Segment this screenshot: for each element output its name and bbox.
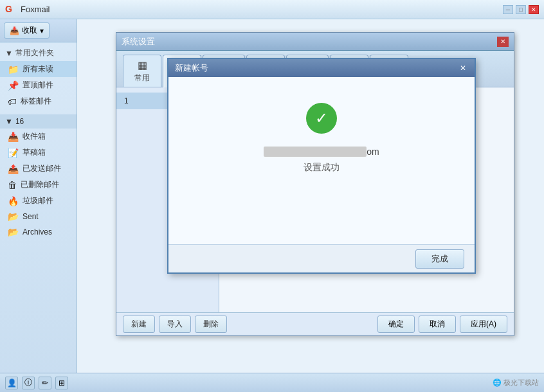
sys-dialog-title-text: 系统设置 (122, 36, 497, 48)
archives-label: Archives (23, 227, 52, 236)
sidebar-item-deleted[interactable]: 🗑 已删除邮件 (0, 177, 77, 193)
email-suffix: om (367, 147, 379, 157)
common-folders-section: ▼ 常用文件夹 📁 所有未读 📌 置顶邮件 🏷 标签邮件 (0, 42, 77, 112)
minimize-button[interactable]: ─ (503, 5, 513, 14)
account-header[interactable]: ▼ 16 (0, 114, 77, 129)
check-mark: ✓ (315, 109, 328, 127)
dropdown-icon: ▾ (40, 26, 44, 35)
cancel-button[interactable]: 取消 (419, 316, 456, 333)
delete-button[interactable]: 删除 (195, 316, 227, 333)
maximize-button[interactable]: □ (516, 5, 526, 14)
inbox-icon: 📥 (8, 132, 19, 142)
account-number: 1 (124, 96, 129, 105)
sidebar-item-sent2[interactable]: 📂 Sent (0, 209, 77, 224)
success-icon: ✓ (306, 103, 337, 134)
general-tab-label: 常用 (134, 73, 150, 84)
folder-sent2-icon: 📂 (8, 211, 19, 222)
pin-icon: 📌 (8, 80, 19, 91)
sent-icon: 📤 (8, 164, 19, 174)
sidebar-item-all-unread[interactable]: 📁 所有未读 (0, 61, 77, 77)
new-account-dialog-footer: 完成 (168, 244, 475, 272)
rss-icon[interactable]: ⊞ (55, 377, 68, 389)
new-account-dialog-title-text: 新建帐号 (175, 62, 458, 74)
sidebar-item-drafts[interactable]: 📝 草稿箱 (0, 145, 77, 161)
sys-dialog-close-button[interactable]: ✕ (497, 37, 509, 47)
bottom-bar: 👤 ⓘ ✏ ⊞ 🌐 极光下载站 (0, 373, 544, 392)
title-bar: G Foxmail ─ □ ✕ (0, 0, 544, 19)
confirm-button[interactable]: 确定 (377, 316, 415, 333)
sent-label: 已发送邮件 (23, 163, 61, 174)
drafts-icon: 📝 (8, 148, 19, 158)
new-account-dialog: 新建帐号 ✕ ✓ om 设置成功 完成 (167, 58, 476, 274)
collect-button[interactable]: 📥 收取 ▾ (4, 22, 50, 39)
folder-icon: 📁 (8, 64, 19, 75)
sidebar-item-pinned[interactable]: 📌 置顶邮件 (0, 77, 77, 93)
sidebar-item-sent[interactable]: 📤 已发送邮件 (0, 161, 77, 177)
content-area: 系统设置 ✕ ▦ 常用 👤 帐号 ✉ 写邮件 🌐 网络 (77, 19, 544, 392)
finish-button[interactable]: 完成 (415, 249, 464, 269)
sys-dialog-title-bar: 系统设置 ✕ (116, 33, 514, 51)
new-account-dialog-title-bar: 新建帐号 ✕ (168, 59, 475, 77)
import-button[interactable]: 导入 (159, 316, 191, 333)
success-message: 设置成功 (304, 162, 340, 174)
pinned-label: 置顶邮件 (23, 80, 53, 91)
account-arrow-icon: ▼ (5, 117, 13, 126)
sys-footer: 新建 导入 删除 确定 取消 应用(A) (116, 312, 514, 335)
new-account-dialog-body: ✓ om 设置成功 (168, 77, 475, 244)
deleted-label: 已删除邮件 (21, 179, 59, 190)
junk-label: 垃圾邮件 (23, 195, 53, 206)
info-icon[interactable]: ⓘ (22, 377, 35, 389)
inbox-label: 收件箱 (23, 131, 46, 142)
all-unread-label: 所有未读 (23, 64, 53, 75)
sent2-label: Sent (23, 212, 39, 221)
app-title: Foxmail (21, 4, 503, 14)
watermark-text: 极光下载站 (503, 379, 539, 386)
common-folders-header[interactable]: ▼ 常用文件夹 (0, 45, 77, 61)
close-button[interactable]: ✕ (529, 5, 539, 14)
user-icon[interactable]: 👤 (5, 377, 18, 389)
archives-icon: 📂 (8, 227, 19, 237)
window-controls: ─ □ ✕ (503, 5, 539, 14)
deleted-icon: 🗑 (8, 180, 17, 190)
new-account-button[interactable]: 新建 (123, 316, 155, 333)
main-layout: 📥 收取 ▾ ▼ 常用文件夹 📁 所有未读 📌 置顶邮件 🏷 标签邮件 (0, 19, 544, 392)
watermark: 🌐 极光下载站 (493, 378, 539, 388)
sidebar-item-junk[interactable]: 🔥 垃圾邮件 (0, 193, 77, 209)
junk-icon: 🔥 (8, 196, 19, 206)
compose-icon[interactable]: ✏ (39, 377, 51, 389)
watermark-logo: 🌐 (493, 379, 502, 386)
new-account-dialog-close-button[interactable]: ✕ (458, 64, 468, 73)
sidebar-toolbar: 📥 收取 ▾ (0, 19, 77, 42)
sidebar-item-inbox[interactable]: 📥 收件箱 (0, 129, 77, 145)
tag-icon: 🏷 (8, 96, 17, 107)
common-folders-label: 常用文件夹 (15, 48, 54, 58)
sidebar-item-archives[interactable]: 📂 Archives (0, 224, 77, 240)
sidebar: 📥 收取 ▾ ▼ 常用文件夹 📁 所有未读 📌 置顶邮件 🏷 标签邮件 (0, 19, 77, 392)
account-section: ▼ 16 📥 收件箱 📝 草稿箱 📤 已发送邮件 🗑 已删除邮件 🔥 垃圾 (0, 112, 77, 242)
sidebar-item-tagged[interactable]: 🏷 标签邮件 (0, 93, 77, 109)
email-display: om (264, 147, 379, 157)
account-label: 16 (15, 117, 24, 126)
email-blurred (264, 147, 367, 157)
app-logo: G (5, 4, 17, 15)
general-tab-icon: ▦ (138, 59, 147, 71)
drafts-label: 草稿箱 (23, 147, 46, 158)
collect-label: 收取 (22, 25, 37, 36)
tab-general[interactable]: ▦ 常用 (123, 55, 161, 87)
apply-button[interactable]: 应用(A) (460, 316, 507, 333)
tagged-label: 标签邮件 (21, 96, 51, 107)
collect-icon: 📥 (10, 26, 19, 35)
arrow-icon: ▼ (5, 49, 13, 58)
